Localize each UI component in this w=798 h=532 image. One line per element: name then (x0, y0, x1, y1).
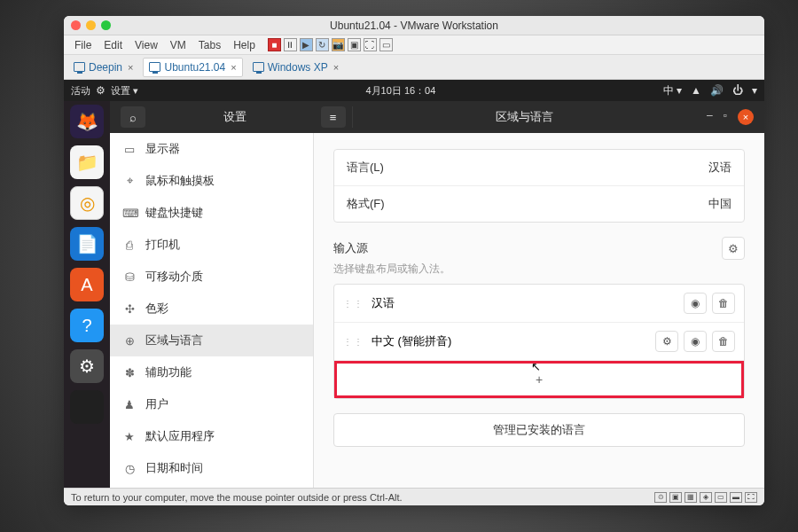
toolbar-btn[interactable]: ⏸ (284, 38, 297, 51)
source-name: 中文 (智能拼音) (372, 333, 650, 349)
input-source-row[interactable]: ⋮⋮汉语◉🗑 (334, 285, 744, 323)
tab-ubuntu[interactable]: Ubuntu21.04× (143, 58, 242, 77)
close-tab-icon[interactable]: × (333, 62, 339, 73)
sidebar-label: 区域与语言 (145, 332, 203, 348)
status-icon[interactable]: ▬ (730, 492, 742, 503)
close-button[interactable]: × (738, 109, 754, 125)
cursor-icon: ↖ (531, 360, 541, 373)
drag-handle-icon[interactable]: ⋮⋮ (343, 299, 364, 309)
toolbar-btn[interactable]: ⛶ (364, 38, 377, 51)
volume-icon[interactable]: 🔊 (710, 84, 724, 97)
network-icon[interactable]: ▲ (691, 84, 701, 97)
traffic-lights (71, 20, 111, 30)
dock-firefox[interactable]: 🦊 (70, 105, 104, 138)
sidebar-item[interactable]: ✣色彩 (110, 293, 313, 325)
source-preview-button[interactable]: ◉ (684, 293, 707, 314)
format-label: 格式(F) (347, 196, 385, 212)
menu-button[interactable]: ≡ (321, 106, 346, 128)
sidebar-item[interactable]: ⌖鼠标和触摸板 (110, 165, 313, 197)
power-icon[interactable]: ⏻ (732, 84, 743, 97)
sidebar-item[interactable]: ✽辅助功能 (110, 356, 313, 388)
toolbar-btn[interactable]: ▭ (379, 38, 393, 51)
toolbar-btn[interactable]: ■ (268, 38, 281, 51)
dock-libreoffice[interactable]: 📄 (70, 227, 104, 261)
chevron-down-icon[interactable]: ▾ (752, 84, 757, 97)
search-button[interactable]: ⌕ (121, 106, 145, 128)
host-statusbar: To return to your computer, move the mou… (64, 488, 764, 505)
maximize-button[interactable]: ▫ (724, 109, 727, 125)
dock-settings[interactable]: ⚙ (70, 349, 104, 383)
language-format-pane: 语言(L) 汉语 格式(F) 中国 (333, 149, 745, 223)
dock-rhythmbox[interactable]: ◎ (70, 186, 104, 220)
minimize-icon[interactable] (86, 20, 96, 30)
sidebar-label: 可移动介质 (145, 269, 203, 285)
sidebar-label: 色彩 (145, 301, 168, 317)
close-tab-icon[interactable]: × (231, 62, 236, 73)
close-tab-icon[interactable]: × (128, 62, 133, 73)
sidebar-label: 鼠标和触摸板 (145, 173, 215, 189)
dock-show-apps[interactable] (70, 390, 104, 424)
input-source-row[interactable]: ⋮⋮中文 (智能拼音)⚙◉🗑 (334, 323, 744, 361)
manage-languages-button[interactable]: 管理已安装的语言 (333, 413, 745, 447)
sidebar-item[interactable]: ⛁可移动介质 (110, 261, 313, 293)
close-icon[interactable] (71, 20, 81, 30)
sidebar-item[interactable]: ★默认应用程序 (110, 420, 313, 452)
settings-body: ▭显示器⌖鼠标和触摸板⌨键盘快捷键⎙打印机⛁可移动介质✣色彩⊕区域与语言✽辅助功… (110, 133, 764, 488)
toolbar-btn[interactable]: ▶ (300, 38, 313, 51)
input-sources-header: 输入源 ⚙ (333, 237, 745, 260)
sidebar-item[interactable]: ⌨键盘快捷键 (110, 197, 313, 229)
toolbar-btn[interactable]: ▣ (348, 38, 361, 51)
zoom-icon[interactable] (101, 20, 111, 30)
minimize-button[interactable]: – (707, 109, 713, 125)
menu-edit[interactable]: Edit (98, 37, 128, 53)
source-name: 汉语 (372, 295, 678, 311)
language-label: 语言(L) (347, 160, 384, 176)
dock-software[interactable]: A (70, 268, 104, 301)
app-menu[interactable]: 设置 ▾ (111, 84, 138, 98)
source-delete-button[interactable]: 🗑 (712, 331, 735, 352)
status-icon[interactable]: ▣ (669, 492, 682, 503)
menu-vm[interactable]: VM (165, 37, 192, 53)
toolbar-icons: ■ ⏸ ▶ ↻ 📷 ▣ ⛶ ▭ (268, 38, 393, 51)
tab-deepin[interactable]: Deepin× (67, 58, 139, 77)
sidebar-item[interactable]: ▭显示器 (110, 133, 313, 165)
status-icon[interactable]: ◈ (700, 492, 712, 503)
menu-file[interactable]: File (69, 37, 97, 53)
format-row[interactable]: 格式(F) 中国 (334, 186, 744, 222)
dock-help[interactable]: ? (70, 309, 104, 342)
gear-icon: ⚙ (96, 84, 106, 97)
menu-tabs[interactable]: Tabs (193, 37, 226, 53)
input-options-button[interactable]: ⚙ (722, 237, 745, 260)
ime-indicator[interactable]: 中 ▾ (663, 83, 682, 98)
source-settings-button[interactable]: ⚙ (655, 331, 678, 352)
sidebar-item[interactable]: ♟用户 (110, 388, 313, 420)
source-delete-button[interactable]: 🗑 (712, 293, 735, 314)
language-row[interactable]: 语言(L) 汉语 (334, 150, 744, 186)
sidebar-label: 打印机 (145, 237, 180, 253)
status-icons: ⊙ ▣ ▦ ◈ ▭ ▬ ⛶ (654, 492, 757, 503)
sidebar-label: 默认应用程序 (145, 428, 215, 444)
source-preview-button[interactable]: ◉ (684, 331, 707, 352)
toolbar-btn[interactable]: ↻ (316, 38, 329, 51)
drag-handle-icon[interactable]: ⋮⋮ (343, 337, 364, 347)
menu-help[interactable]: Help (228, 37, 261, 53)
settings-sidebar: ▭显示器⌖鼠标和触摸板⌨键盘快捷键⎙打印机⛁可移动介质✣色彩⊕区域与语言✽辅助功… (110, 133, 314, 488)
tab-windowsxp[interactable]: Windows XP× (246, 58, 345, 77)
menu-view[interactable]: View (129, 37, 163, 53)
clock[interactable]: 4月10日 16：04 (147, 84, 654, 98)
status-icon[interactable]: ▭ (715, 492, 727, 503)
activities-button[interactable]: 活动 (71, 84, 90, 98)
toolbar-btn[interactable]: 📷 (332, 38, 345, 51)
monitor-icon (253, 62, 264, 72)
sidebar-label: 辅助功能 (145, 364, 192, 380)
host-menubar: File Edit View VM Tabs Help ■ ⏸ ▶ ↻ 📷 ▣ … (64, 35, 764, 55)
sidebar-label: 显示器 (145, 141, 180, 157)
status-icon[interactable]: ⊙ (654, 492, 667, 503)
status-icon[interactable]: ⛶ (745, 492, 757, 503)
dock-files[interactable]: 📁 (70, 145, 104, 179)
status-icon[interactable]: ▦ (685, 492, 697, 503)
sidebar-item[interactable]: ⊕区域与语言 (110, 325, 313, 356)
sidebar-icon: ♟ (122, 398, 137, 411)
sidebar-item[interactable]: ◷日期和时间 (110, 452, 313, 484)
sidebar-item[interactable]: ⎙打印机 (110, 229, 313, 261)
